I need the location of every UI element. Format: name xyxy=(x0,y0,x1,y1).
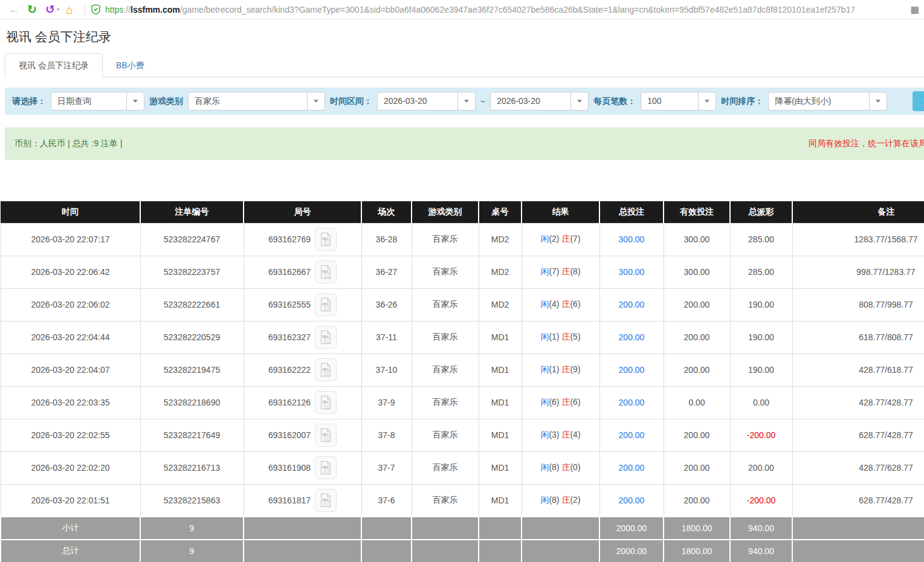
video-replay-button[interactable] xyxy=(315,358,337,381)
query-type-select[interactable]: 日期查询 xyxy=(51,92,144,111)
table-row: 2026-03-20 22:04:07523282219475693162222… xyxy=(1,354,924,386)
cell-valid-bet: 200.00 xyxy=(664,354,730,386)
round-no-wrap: 693162769 xyxy=(244,228,361,251)
video-replay-button[interactable] xyxy=(315,326,337,349)
result-player-count: (4) xyxy=(549,299,559,309)
cell-bet-no: 523282218690 xyxy=(140,386,244,419)
total-bet-link[interactable]: 200.00 xyxy=(619,463,645,473)
video-replay-button[interactable] xyxy=(315,391,337,414)
cell-total-bet: 200.00 xyxy=(599,451,664,484)
video-replay-button[interactable] xyxy=(315,228,337,251)
result-banker-count: (4) xyxy=(570,430,580,439)
cell-bet-no: 523282224767 xyxy=(140,223,244,256)
page: ← ↻ ↺ ▾ ⌂ https://lssfmm.com/game/betrec… xyxy=(0,0,924,562)
result-banker-label: 庄 xyxy=(561,234,570,244)
cell-time: 2026-03-20 22:02:55 xyxy=(1,419,140,451)
total-bet-link[interactable]: 200.00 xyxy=(619,430,645,440)
cell-game-type: 百家乐 xyxy=(412,223,479,256)
col-header-table-no: 桌号 xyxy=(479,201,522,223)
cell-bet-no: 523282222661 xyxy=(140,288,244,321)
cell-table-no: MD1 xyxy=(479,419,522,451)
game-type-select[interactable]: 百家乐 xyxy=(188,92,325,111)
cell-valid-bet: 200.00 xyxy=(664,419,730,451)
video-replay-button[interactable] xyxy=(315,293,337,316)
video-replay-button[interactable] xyxy=(315,489,337,512)
date-to-input[interactable]: 2026-03-20 xyxy=(490,92,589,111)
cell-table-no: MD1 xyxy=(479,321,522,354)
chevron-down-icon xyxy=(126,92,144,110)
result-player-count: (3) xyxy=(549,430,559,439)
video-file-icon xyxy=(319,265,332,279)
round-no-text: 693162327 xyxy=(268,332,311,342)
total-bet-link[interactable]: 300.00 xyxy=(619,234,645,244)
cell-result: 闲(3) 庄(4) xyxy=(522,419,599,451)
date-from-input[interactable]: 2026-03-20 xyxy=(377,92,476,111)
video-file-icon xyxy=(319,460,332,475)
footer-cell-result xyxy=(522,540,599,562)
home-icon[interactable]: ⌂ xyxy=(60,1,79,19)
cell-session: 37-6 xyxy=(361,484,412,517)
cell-table-no: MD1 xyxy=(479,354,522,386)
cell-remark: 998.77/1283.77 xyxy=(792,256,924,288)
cell-table-no: MD2 xyxy=(479,223,522,256)
cell-session: 37-8 xyxy=(361,419,412,451)
video-replay-button[interactable] xyxy=(315,456,337,479)
result-player-count: (6) xyxy=(549,397,559,407)
cell-time: 2026-03-20 22:04:07 xyxy=(1,354,140,386)
cell-bet-no: 523282216713 xyxy=(140,451,244,484)
cell-session: 36-26 xyxy=(361,288,412,321)
result-player-count: (7) xyxy=(549,266,559,276)
total-bet-link[interactable]: 200.00 xyxy=(619,398,645,407)
tab-bet-records[interactable]: 视讯 会员下注纪录 xyxy=(5,53,103,77)
cell-remark: 628.77/428.77 xyxy=(792,484,924,517)
browser-toolbar: ← ↻ ↺ ▾ ⌂ https://lssfmm.com/game/betrec… xyxy=(0,0,924,19)
result-banker-label: 庄 xyxy=(561,495,570,505)
cell-session: 36-27 xyxy=(361,256,412,288)
qr-code-icon[interactable]: ▦ xyxy=(911,4,919,15)
cell-round-no: 693161908 xyxy=(244,451,361,484)
refresh-icon[interactable]: ↻ xyxy=(23,1,41,19)
cell-valid-bet: 200.00 xyxy=(664,484,730,517)
result-player-count: (2) xyxy=(549,234,559,244)
cell-valid-bet: 0.00 xyxy=(664,386,730,419)
time-sort-select[interactable]: 降幂(由大到小) xyxy=(768,92,887,111)
cell-remark: 1283.77/1568.77 xyxy=(792,223,924,256)
subtotal-row: 小计92000.001800.00940.00 xyxy=(1,517,924,540)
cell-remark: 808.77/998.77 xyxy=(792,288,924,321)
col-header-bet-no: 注单编号 xyxy=(140,201,244,223)
cell-valid-bet: 300.00 xyxy=(664,223,730,256)
cell-total-payout: 200.00 xyxy=(730,451,792,484)
back-icon[interactable]: ← xyxy=(5,1,23,19)
search-button[interactable]: 查询 xyxy=(913,91,924,111)
cell-game-type: 百家乐 xyxy=(412,321,479,354)
video-replay-button[interactable] xyxy=(315,424,337,447)
result-banker-label: 庄 xyxy=(561,462,570,472)
cell-total-payout: 190.00 xyxy=(730,354,792,386)
cell-session: 37-10 xyxy=(361,354,412,386)
cell-total-payout: 285.00 xyxy=(730,223,792,256)
col-header-remark: 备注 xyxy=(792,201,924,223)
cell-total-payout: -200.00 xyxy=(730,419,792,451)
result-banker-count: (6) xyxy=(570,397,580,407)
cell-round-no: 693162327 xyxy=(244,321,361,354)
cell-total-bet: 200.00 xyxy=(599,354,664,386)
footer-cell-total-bet: 2000.00 xyxy=(599,540,664,562)
tab-bb-tip[interactable]: BB小费 xyxy=(103,54,158,77)
total-bet-link[interactable]: 200.00 xyxy=(619,300,645,309)
total-bet-link[interactable]: 200.00 xyxy=(619,332,645,342)
video-replay-button[interactable] xyxy=(315,260,337,283)
footer-cell-valid-bet: 1800.00 xyxy=(664,517,730,540)
table-row: 2026-03-20 22:03:35523282218690693162126… xyxy=(1,386,924,419)
cell-table-no: MD1 xyxy=(479,386,522,419)
cell-table-no: MD2 xyxy=(479,256,522,288)
total-bet-link[interactable]: 200.00 xyxy=(619,365,645,375)
page-size-select[interactable]: 100 xyxy=(641,92,716,111)
chevron-down-icon[interactable]: ▾ xyxy=(57,7,59,12)
secure-shield-icon xyxy=(91,4,100,15)
cell-bet-no: 523282219475 xyxy=(140,354,244,386)
page-size-label: 每页笔数： xyxy=(593,96,636,107)
address-bar[interactable]: https://lssfmm.com/game/betrecord_search… xyxy=(91,4,906,15)
cell-session: 36-28 xyxy=(361,223,412,256)
total-bet-link[interactable]: 300.00 xyxy=(619,267,645,277)
total-bet-link[interactable]: 200.00 xyxy=(619,496,645,505)
